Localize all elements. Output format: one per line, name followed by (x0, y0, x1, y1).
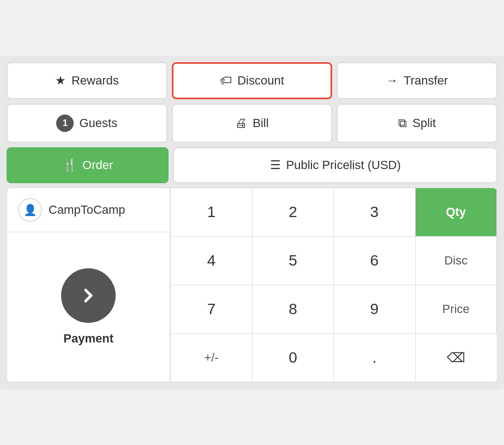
customer-name: CampToCamp (49, 203, 125, 217)
top-row: ★ Rewards 🏷 Discount → Transfer (7, 62, 497, 99)
numpad-6[interactable]: 6 (334, 237, 415, 285)
left-panel: 👤 CampToCamp Payment (7, 188, 170, 382)
disc-button[interactable]: Disc (416, 237, 497, 285)
split-button[interactable]: ⧉ Split (337, 104, 497, 143)
chevron-right-icon (77, 285, 99, 306)
second-row: 1 Guests 🖨 Bill ⧉ Split (7, 104, 497, 143)
numpad-5[interactable]: 5 (253, 237, 334, 285)
numpad-4[interactable]: 4 (171, 237, 252, 285)
numpad-9[interactable]: 9 (334, 285, 415, 334)
qty-button[interactable]: Qty (416, 188, 497, 237)
person-icon: 👤 (23, 203, 37, 217)
payment-area: Payment (7, 232, 170, 382)
customer-avatar: 👤 (18, 198, 42, 222)
price-button[interactable]: Price (416, 285, 497, 334)
payment-label: Payment (63, 332, 113, 346)
pricelist-button[interactable]: ☰ Public Pricelist (USD) (173, 147, 497, 183)
customer-row: 👤 CampToCamp (7, 188, 170, 232)
numpad-dot[interactable]: . (334, 334, 415, 382)
star-icon: ★ (55, 74, 66, 88)
tag-icon: 🏷 (220, 74, 232, 88)
numpad-3[interactable]: 3 (334, 188, 415, 237)
numpad-8[interactable]: 8 (253, 285, 334, 334)
arrow-right-icon: → (386, 74, 398, 88)
guests-button[interactable]: 1 Guests (7, 104, 167, 143)
rewards-button[interactable]: ★ Rewards (7, 62, 167, 99)
numpad: 1 2 3 Qty 4 5 6 Disc 7 8 9 Price +/- 0 .… (170, 188, 497, 382)
list-icon: ☰ (270, 158, 281, 172)
bill-button[interactable]: 🖨 Bill (172, 104, 333, 143)
order-button[interactable]: 🍴 Order (7, 147, 169, 183)
transfer-button[interactable]: → Transfer (337, 62, 497, 99)
numpad-0[interactable]: 0 (253, 334, 334, 382)
backspace-button[interactable]: ⌫ (416, 334, 497, 382)
pos-container: ★ Rewards 🏷 Discount → Transfer 1 Guests… (0, 56, 504, 389)
numpad-1[interactable]: 1 (171, 188, 252, 237)
numpad-7[interactable]: 7 (171, 285, 252, 334)
printer-icon: 🖨 (235, 116, 247, 130)
guest-count-badge: 1 (56, 115, 74, 132)
numpad-2[interactable]: 2 (253, 188, 334, 237)
fork-knife-icon: 🍴 (62, 158, 77, 172)
numpad-plusminus[interactable]: +/- (171, 334, 252, 382)
discount-button[interactable]: 🏷 Discount (172, 62, 333, 99)
third-row: 🍴 Order ☰ Public Pricelist (USD) (7, 147, 497, 183)
payment-button[interactable] (61, 268, 116, 323)
main-area: 👤 CampToCamp Payment 1 2 3 Qty 4 (7, 188, 497, 383)
copy-icon: ⧉ (398, 116, 407, 130)
